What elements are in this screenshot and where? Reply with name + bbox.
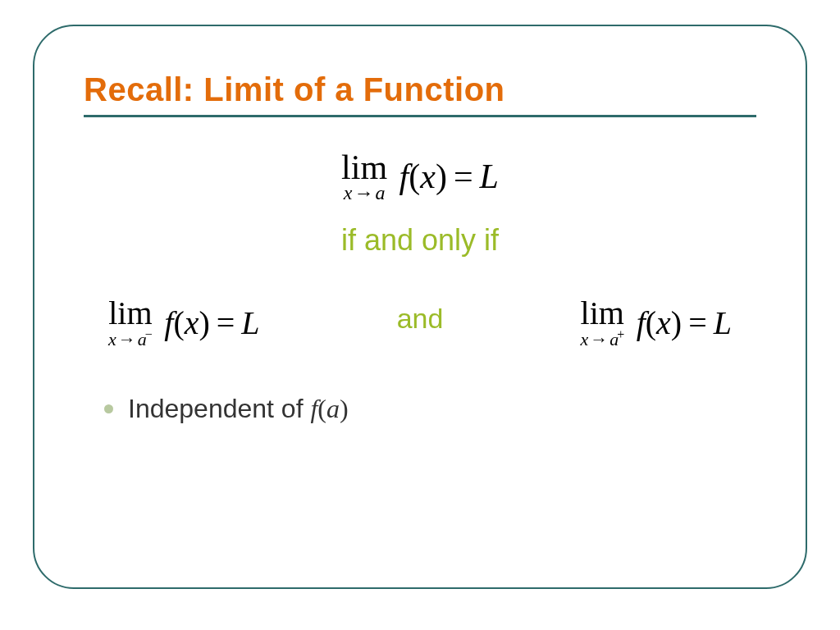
bullet-text: Independent of f(a) bbox=[128, 394, 349, 424]
slide-content: Recall: Limit of a Function lim x→a f(x)… bbox=[34, 26, 806, 457]
limit-operator: lim x→a bbox=[341, 150, 387, 203]
equation-right-limit: lim x→a+ f(x)=L bbox=[580, 297, 732, 349]
equation-main: lim x→a f(x)=L bbox=[84, 150, 756, 203]
bullet-icon bbox=[104, 404, 113, 413]
title-underline bbox=[84, 115, 756, 117]
slide-title: Recall: Limit of a Function bbox=[84, 71, 756, 108]
limit-operator-left: lim x→a− bbox=[108, 297, 153, 349]
limit-operator-right: lim x→a+ bbox=[580, 297, 624, 349]
lim-subscript-left: x→a− bbox=[108, 328, 153, 349]
and-connector: and bbox=[381, 303, 460, 335]
function-expression-left: f(x)=L bbox=[164, 304, 259, 342]
lim-subscript-right: x→a+ bbox=[580, 328, 624, 349]
lim-subscript: x→a bbox=[341, 183, 387, 203]
equation-row: lim x→a− f(x)=L and lim x→a+ bbox=[84, 297, 756, 349]
lim-text: lim bbox=[341, 150, 387, 185]
function-expression-right: f(x)=L bbox=[637, 304, 732, 342]
function-expression: f(x)=L bbox=[399, 157, 499, 196]
equation-left-limit: lim x→a− f(x)=L bbox=[108, 297, 260, 349]
iff-connector: if and only if bbox=[84, 223, 756, 258]
slide-frame: Recall: Limit of a Function lim x→a f(x)… bbox=[33, 25, 807, 589]
bullet-item: Independent of f(a) bbox=[84, 394, 756, 424]
